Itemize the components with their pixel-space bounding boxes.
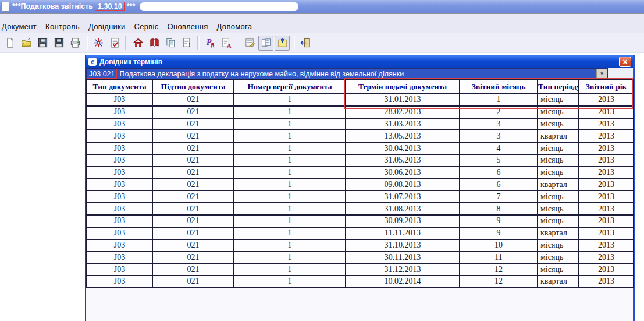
cell-1-3[interactable]: 28.02.2013: [346, 106, 460, 118]
table-row-5[interactable]: J03021131.05.20135місяць2013: [87, 154, 634, 167]
cell-9-6[interactable]: 2013: [579, 203, 634, 215]
cell-13-3[interactable]: 30.11.2013: [346, 251, 460, 263]
table-row-0[interactable]: J03021131.01.20131місяць2013: [87, 94, 634, 106]
table-row-3[interactable]: J03021113.05.20133квартал2013: [87, 130, 634, 142]
table-row-4[interactable]: J03021130.04.20134місяць2013: [87, 142, 634, 154]
cell-5-0[interactable]: J03: [87, 154, 152, 167]
cell-7-1[interactable]: 021: [152, 179, 234, 191]
menu-item-control[interactable]: Контроль: [44, 22, 81, 31]
toolbar-new-document-button[interactable]: [2, 36, 17, 51]
document-type-combobox[interactable]: J03 021 Податкова декларація з податку н…: [86, 68, 608, 79]
table-row-7[interactable]: J03021109.08.20136квартал2013: [87, 179, 634, 191]
cell-9-0[interactable]: J03: [87, 203, 152, 215]
cell-5-1[interactable]: 021: [152, 154, 234, 167]
cell-4-5[interactable]: місяць: [538, 142, 579, 154]
cell-15-0[interactable]: J03: [87, 276, 152, 288]
cell-6-3[interactable]: 30.06.2013: [346, 167, 460, 179]
cell-13-4[interactable]: 11: [460, 251, 538, 263]
cell-9-2[interactable]: 1: [234, 203, 346, 215]
cell-11-5[interactable]: квартал: [538, 227, 579, 239]
cell-10-0[interactable]: J03: [87, 215, 152, 227]
table-row-8[interactable]: J03021131.07.20137місяць2013: [87, 191, 634, 203]
cell-2-6[interactable]: 2013: [579, 118, 634, 130]
cell-11-6[interactable]: 2013: [579, 227, 634, 239]
cell-14-4[interactable]: 12: [460, 263, 538, 276]
cell-6-1[interactable]: 021: [152, 167, 234, 179]
table-row-1[interactable]: J03021128.02.20132місяць2013: [87, 106, 634, 118]
table-row-12[interactable]: J03021131.10.201310місяць2013: [87, 239, 634, 252]
cell-13-5[interactable]: місяць: [538, 251, 579, 263]
cell-3-2[interactable]: 1: [234, 130, 346, 142]
cell-7-2[interactable]: 1: [234, 179, 346, 191]
cell-3-6[interactable]: 2013: [579, 130, 634, 142]
cell-15-4[interactable]: 12: [460, 276, 538, 288]
cell-6-4[interactable]: 6: [460, 167, 538, 179]
cell-12-0[interactable]: J03: [87, 239, 152, 252]
close-button[interactable]: ×: [619, 57, 631, 67]
cell-4-1[interactable]: 021: [152, 142, 234, 154]
cell-9-3[interactable]: 31.08.2013: [346, 203, 460, 215]
cell-1-2[interactable]: 1: [234, 106, 346, 118]
menu-item-directories[interactable]: Довідники: [87, 22, 127, 31]
table-row-13[interactable]: J03021130.11.201311місяць2013: [87, 251, 634, 263]
cell-11-2[interactable]: 1: [234, 227, 346, 239]
cell-5-6[interactable]: 2013: [579, 154, 634, 167]
cell-1-4[interactable]: 2: [460, 106, 538, 118]
cell-0-3[interactable]: 31.01.2013: [346, 94, 460, 106]
cell-15-3[interactable]: 10.02.2014: [346, 276, 460, 288]
cell-13-0[interactable]: J03: [87, 251, 152, 263]
table-row-6[interactable]: J03021130.06.20136місяць2013: [87, 167, 634, 179]
cell-7-5[interactable]: квартал: [538, 179, 579, 191]
cell-9-5[interactable]: місяць: [538, 203, 579, 215]
toolbar-exchange-button[interactable]: [258, 36, 273, 51]
cell-1-5[interactable]: місяць: [538, 106, 579, 118]
cell-7-0[interactable]: J03: [87, 179, 152, 191]
cell-3-5[interactable]: квартал: [538, 130, 579, 142]
table-row-10[interactable]: J03021130.09.20139місяць2013: [87, 215, 634, 227]
toolbar-home-button[interactable]: [130, 36, 145, 51]
cell-1-1[interactable]: 021: [152, 106, 234, 118]
cell-13-1[interactable]: 021: [152, 251, 234, 263]
cell-11-1[interactable]: 021: [152, 227, 234, 239]
cell-2-0[interactable]: J03: [87, 118, 152, 130]
toolbar-save-all-button[interactable]: [51, 36, 66, 51]
cell-15-5[interactable]: квартал: [538, 276, 579, 288]
cell-14-0[interactable]: J03: [87, 263, 152, 276]
cell-15-2[interactable]: 1: [234, 276, 346, 288]
cell-2-4[interactable]: 3: [460, 118, 538, 130]
cell-4-2[interactable]: 1: [234, 142, 346, 154]
toolbar-properties-button[interactable]: [242, 36, 257, 51]
cell-10-2[interactable]: 1: [234, 215, 346, 227]
toolbar-document-check-button[interactable]: A: [219, 36, 234, 51]
cell-5-4[interactable]: 5: [460, 154, 538, 167]
cell-2-1[interactable]: 021: [152, 118, 234, 130]
cell-13-6[interactable]: 2013: [579, 251, 634, 263]
table-row-11[interactable]: J03021111.11.20139квартал2013: [87, 227, 634, 239]
cell-10-1[interactable]: 021: [152, 215, 234, 227]
cell-13-2[interactable]: 1: [234, 251, 346, 263]
toolbar-document-alert-button[interactable]: !: [179, 36, 194, 51]
cell-0-6[interactable]: 2013: [579, 94, 634, 106]
cell-5-2[interactable]: 1: [234, 154, 346, 167]
cell-12-3[interactable]: 31.10.2013: [346, 239, 460, 252]
cell-3-1[interactable]: 021: [152, 130, 234, 142]
cell-12-1[interactable]: 021: [152, 239, 234, 252]
cell-7-6[interactable]: 2013: [579, 179, 634, 191]
cell-6-5[interactable]: місяць: [538, 167, 579, 179]
cell-0-5[interactable]: місяць: [538, 94, 579, 106]
cell-6-6[interactable]: 2013: [579, 167, 634, 179]
cell-7-3[interactable]: 09.08.2013: [346, 179, 460, 191]
cell-2-2[interactable]: 1: [234, 118, 346, 130]
cell-14-5[interactable]: місяць: [538, 263, 579, 276]
cell-14-2[interactable]: 1: [234, 263, 346, 276]
cell-11-3[interactable]: 11.11.2013: [346, 227, 460, 239]
cell-4-3[interactable]: 30.04.2013: [346, 142, 460, 154]
toolbar-notes-button[interactable]: [275, 36, 290, 51]
cell-8-3[interactable]: 31.07.2013: [346, 191, 460, 203]
cell-0-0[interactable]: J03: [87, 94, 152, 106]
cell-10-5[interactable]: місяць: [538, 215, 579, 227]
cell-9-4[interactable]: 8: [460, 203, 538, 215]
cell-4-4[interactable]: 4: [460, 142, 538, 154]
menu-item-service[interactable]: Сервіс: [133, 22, 160, 31]
cell-10-3[interactable]: 30.09.2013: [346, 215, 460, 227]
